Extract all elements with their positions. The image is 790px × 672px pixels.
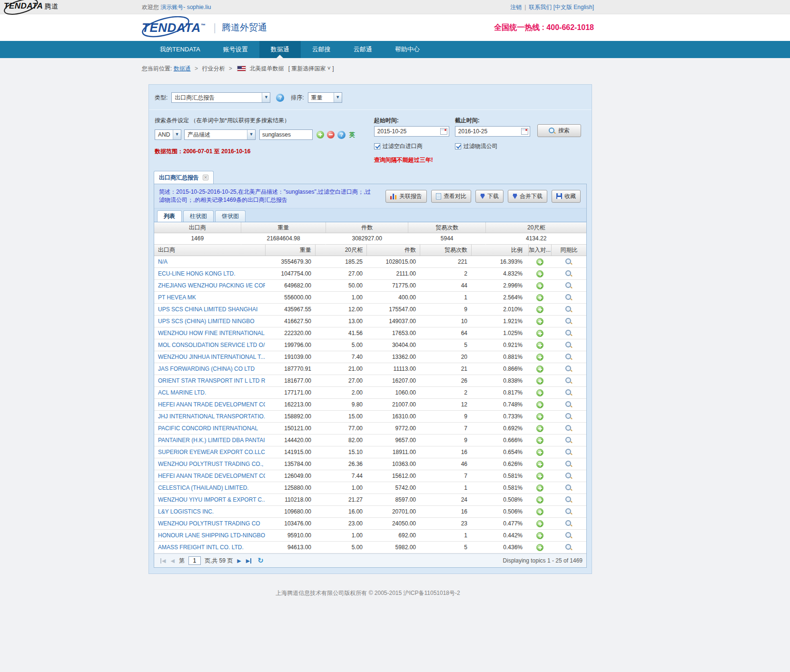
exporter-link[interactable]: PT HEVEA MK bbox=[158, 294, 196, 301]
action-button-4[interactable]: 收藏 bbox=[552, 190, 581, 203]
exporter-link[interactable]: UPS SCS CHINA LIMITED SHANGHAI bbox=[158, 306, 257, 313]
header-teu[interactable]: 20尺柜 bbox=[315, 245, 366, 256]
add-to-compare-icon[interactable] bbox=[536, 532, 543, 539]
exporter-link[interactable]: ECU-LINE HONG KONG LTD. bbox=[158, 270, 235, 277]
exporter-link[interactable]: MOL CONSOLIDATION SERVICE LTD O/B bbox=[158, 342, 265, 348]
help-icon[interactable]: ? bbox=[337, 131, 346, 139]
period-compare-icon[interactable] bbox=[565, 282, 572, 289]
exporter-link[interactable]: ZHEJIANG WENZHOU PACKING I/E CORP. bbox=[158, 282, 265, 289]
language-switch-link[interactable]: [中文版 English] bbox=[553, 4, 594, 10]
exporter-link[interactable]: WENZHOU POLYTRUST TRADING CO bbox=[158, 520, 260, 527]
exporter-link[interactable]: WENZHOU HOW FINE INTERNATIONAL... bbox=[158, 330, 265, 336]
nav-item-2[interactable]: 数据通 bbox=[259, 41, 301, 58]
exporter-link[interactable]: PANTAINER (H.K.) LIMITED DBA PANTAI bbox=[158, 437, 265, 444]
operator-select[interactable]: AND ▼ bbox=[155, 129, 181, 140]
view-tab-0[interactable]: 列表 bbox=[157, 210, 182, 222]
first-page-icon[interactable]: ◀ bbox=[160, 558, 166, 563]
add-to-compare-icon[interactable] bbox=[536, 354, 543, 361]
period-compare-icon[interactable] bbox=[565, 473, 572, 479]
exporter-link[interactable]: HEFEI ANAN TRADE DEVELOPMENT CO... bbox=[158, 473, 265, 479]
add-to-compare-icon[interactable] bbox=[536, 437, 543, 444]
period-compare-icon[interactable] bbox=[565, 270, 572, 277]
exporter-link[interactable]: WENZHOU YIYU IMPORT & EXPORT C... bbox=[158, 496, 265, 503]
exporter-link[interactable]: AMASS FREIGHT INTL CO. LTD. bbox=[158, 544, 244, 551]
exporter-link[interactable]: L&Y LOGISTICS INC. bbox=[158, 508, 214, 515]
add-to-compare-icon[interactable] bbox=[536, 413, 543, 420]
nav-item-1[interactable]: 账号设置 bbox=[212, 41, 259, 58]
add-to-compare-icon[interactable] bbox=[536, 377, 543, 385]
nav-item-5[interactable]: 帮助中心 bbox=[384, 41, 431, 58]
header-ratio[interactable]: 比例 bbox=[471, 245, 528, 256]
period-compare-icon[interactable] bbox=[565, 449, 572, 455]
reselect-country-link[interactable]: [ 重新选择国家 ˅ ] bbox=[288, 65, 334, 72]
add-to-compare-icon[interactable] bbox=[536, 496, 543, 504]
exporter-link[interactable]: HONOUR LANE SHIPPING LTD-NINGBO bbox=[158, 532, 265, 539]
report-type-select[interactable]: 出口商汇总报告 ▼ bbox=[171, 92, 270, 103]
exporter-link[interactable]: JAS FORWARDING (CHINA) CO LTD bbox=[158, 366, 255, 372]
action-button-1[interactable]: 查看对比 bbox=[431, 190, 471, 203]
exporter-link[interactable]: ORIENT STAR TRANSPORT INT L LTD RM bbox=[158, 377, 265, 384]
last-page-icon[interactable]: ▶ bbox=[246, 558, 251, 563]
header-trades[interactable]: 贸易次数 bbox=[420, 245, 471, 256]
add-to-compare-icon[interactable] bbox=[536, 282, 543, 289]
exporter-link[interactable]: HEFEI ANAN TRADE DEVELOPMENT CO... bbox=[158, 401, 265, 408]
add-to-compare-icon[interactable] bbox=[536, 484, 543, 492]
add-to-compare-icon[interactable] bbox=[536, 401, 543, 408]
add-to-compare-icon[interactable] bbox=[536, 544, 543, 551]
calendar-icon[interactable] bbox=[440, 128, 447, 135]
period-compare-icon[interactable] bbox=[565, 354, 572, 360]
period-compare-icon[interactable] bbox=[565, 532, 572, 539]
sort-select[interactable]: 重量 ▼ bbox=[308, 92, 342, 103]
keyword-input[interactable] bbox=[259, 129, 313, 140]
add-to-compare-icon[interactable] bbox=[536, 258, 543, 266]
add-to-compare-icon[interactable] bbox=[536, 508, 543, 515]
period-compare-icon[interactable] bbox=[565, 401, 572, 408]
exporter-link[interactable]: JHJ INTERNATIONAL TRANSPORTATIO... bbox=[158, 413, 265, 420]
add-to-compare-icon[interactable] bbox=[536, 520, 543, 527]
exporter-link[interactable]: WENZHOU JINHUA INTERNATIONAL T... bbox=[158, 354, 265, 360]
add-to-compare-icon[interactable] bbox=[536, 318, 543, 325]
period-compare-icon[interactable] bbox=[565, 484, 572, 491]
period-compare-icon[interactable] bbox=[565, 413, 572, 420]
exporter-link[interactable]: N/A bbox=[158, 258, 168, 265]
previous-page-icon[interactable]: ◀ bbox=[170, 558, 174, 563]
next-page-icon[interactable]: ▶ bbox=[237, 558, 241, 563]
period-compare-icon[interactable] bbox=[565, 366, 572, 372]
logout-link[interactable]: 注销 bbox=[510, 4, 522, 10]
field-select[interactable]: 产品描述 ▼ bbox=[184, 129, 256, 140]
help-icon[interactable]: ? bbox=[276, 94, 284, 102]
breadcrumb-link-datahub[interactable]: 数据通 bbox=[174, 65, 191, 72]
period-compare-icon[interactable] bbox=[565, 461, 572, 467]
refresh-icon[interactable]: ↻ bbox=[257, 556, 264, 565]
period-compare-icon[interactable] bbox=[565, 330, 572, 336]
add-to-compare-icon[interactable] bbox=[536, 270, 543, 277]
close-icon[interactable] bbox=[203, 175, 208, 180]
filter-blank-importer-checkbox[interactable]: 过滤空白进口商 bbox=[374, 142, 455, 150]
period-compare-icon[interactable] bbox=[565, 508, 572, 515]
exporter-link[interactable]: PACIFIC CONCORD INTERNATIONAL bbox=[158, 425, 258, 432]
add-to-compare-icon[interactable] bbox=[536, 294, 543, 301]
end-date-input[interactable] bbox=[458, 128, 515, 135]
calendar-icon[interactable] bbox=[521, 128, 528, 135]
period-compare-icon[interactable] bbox=[565, 544, 572, 551]
add-condition-icon[interactable] bbox=[316, 131, 324, 138]
period-compare-icon[interactable] bbox=[565, 437, 572, 444]
view-tab-2[interactable]: 饼状图 bbox=[215, 210, 246, 222]
exporter-link[interactable]: UPS SCS (CHINA) LIMITED NINGBO bbox=[158, 318, 255, 325]
exporter-link[interactable]: SUPERIOR EYEWEAR EXPORT CO.LLC bbox=[158, 449, 265, 455]
period-compare-icon[interactable] bbox=[565, 306, 572, 313]
exporter-link[interactable]: WENZHOU POLYTRUST TRADING CO., ... bbox=[158, 461, 265, 467]
add-to-compare-icon[interactable] bbox=[536, 330, 543, 337]
header-weight[interactable]: 重量 bbox=[265, 245, 315, 256]
header-exporter[interactable]: 出口商 bbox=[154, 245, 265, 256]
exporter-link[interactable]: CELESTICA (THAILAND) LIMITED. bbox=[158, 484, 249, 491]
period-compare-icon[interactable] bbox=[565, 377, 572, 384]
nav-item-4[interactable]: 云邮通 bbox=[342, 41, 384, 58]
exporter-link[interactable]: ACL MARINE LTD. bbox=[158, 389, 206, 396]
add-to-compare-icon[interactable] bbox=[536, 449, 543, 456]
nav-item-0[interactable]: 我的TENDATA bbox=[148, 41, 212, 58]
add-to-compare-icon[interactable] bbox=[536, 389, 543, 396]
filter-logistics-checkbox[interactable]: 过滤物流公司 bbox=[455, 142, 536, 150]
period-compare-icon[interactable] bbox=[565, 389, 572, 396]
remove-condition-icon[interactable] bbox=[327, 131, 335, 138]
